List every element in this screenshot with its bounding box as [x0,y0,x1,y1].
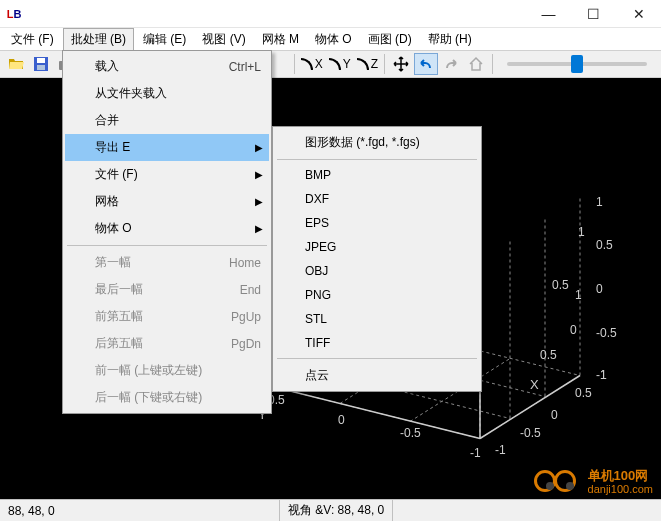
menu-item: 后一幅 (下键或右键) [65,384,269,411]
menu-mesh[interactable]: 网格 M [255,29,306,50]
menu-item[interactable]: 物体 O▶ [65,215,269,242]
menu-item[interactable]: 从文件夹载入 [65,80,269,107]
menu-file[interactable]: 文件 (F) [4,29,61,50]
menu-item-label: 载入 [95,58,119,75]
menu-item: 前第五幅PgUp [65,303,269,330]
save-icon [33,56,49,72]
submenu-arrow-icon: ▶ [255,169,263,180]
submenu-item-label: DXF [305,192,329,206]
svg-rect-1 [37,58,45,63]
reset-button[interactable] [465,53,488,75]
minimize-button[interactable]: — [526,0,571,28]
open-button[interactable] [4,53,27,75]
zoom-slider[interactable] [507,62,647,66]
menu-item-label: 前一幅 (上键或左键) [95,362,202,379]
menu-item[interactable]: 网格▶ [65,188,269,215]
submenu-item[interactable]: EPS [275,211,479,235]
toolbar-separator [294,54,295,74]
svg-text:0: 0 [570,323,577,337]
axis-x-label: X [315,57,323,71]
submenu-item-label: EPS [305,216,329,230]
menu-item[interactable]: 文件 (F)▶ [65,161,269,188]
close-button[interactable]: ✕ [616,0,661,28]
title-bar: LB — ☐ ✕ [0,0,661,28]
axis-x-title: X [530,377,539,392]
toolbar-separator [384,54,385,74]
submenu-item[interactable]: 图形数据 (*.fgd, *.fgs) [275,129,479,156]
menu-item-label: 后一幅 (下键或右键) [95,389,202,406]
maximize-button[interactable]: ☐ [571,0,616,28]
submenu-item[interactable]: OBJ [275,259,479,283]
pan-button[interactable] [389,53,412,75]
status-bar: 88, 48, 0 视角 &V: 88, 48, 0 [0,499,661,521]
rotate-z-button[interactable]: Z [355,57,380,71]
folder-open-icon [8,56,24,72]
menu-item[interactable]: 合并 [65,107,269,134]
rotate-y-button[interactable]: Y [327,57,353,71]
submenu-item-label: 点云 [305,367,329,384]
submenu-item[interactable]: STL [275,307,479,331]
svg-text:-0.5: -0.5 [596,326,617,340]
menu-separator [67,245,267,246]
menu-shortcut: Home [229,256,261,270]
menu-item-label: 前第五幅 [95,308,143,325]
submenu-item[interactable]: DXF [275,187,479,211]
svg-text:-0.5: -0.5 [400,426,421,440]
svg-rect-2 [37,65,45,70]
menu-shortcut: End [240,283,261,297]
menu-item-label: 第一幅 [95,254,131,271]
submenu-item-label: TIFF [305,336,330,350]
menu-object[interactable]: 物体 O [308,29,359,50]
svg-text:-0.5: -0.5 [520,426,541,440]
menu-item-label: 合并 [95,112,119,129]
svg-text:0.5: 0.5 [552,278,569,292]
slider-thumb[interactable] [571,55,583,73]
svg-text:0.5: 0.5 [596,238,613,252]
menu-shortcut: PgUp [231,310,261,324]
undo-button[interactable] [414,53,437,75]
move-icon [393,56,409,72]
menu-shortcut: Ctrl+L [229,60,261,74]
watermark-url: danji100.com [588,483,653,495]
svg-text:0: 0 [338,413,345,427]
menu-item-label: 后第五幅 [95,335,143,352]
watermark-title: 单机100网 [588,469,653,483]
menu-item-label: 从文件夹载入 [95,85,167,102]
export-submenu: 图形数据 (*.fgd, *.fgs)BMPDXFEPSJPEGOBJPNGST… [272,126,482,392]
svg-text:0.5: 0.5 [575,386,592,400]
redo-button[interactable] [440,53,463,75]
submenu-item[interactable]: 点云 [275,362,479,389]
menu-draw[interactable]: 画图 (D) [361,29,419,50]
home-icon [468,56,484,72]
save-button[interactable] [29,53,52,75]
submenu-arrow-icon: ▶ [255,223,263,234]
submenu-item[interactable]: PNG [275,283,479,307]
svg-text:1: 1 [575,288,582,302]
menu-item: 最后一幅End [65,276,269,303]
menu-batch[interactable]: 批处理 (B) [63,28,134,51]
rotate-x-button[interactable]: X [299,57,325,71]
svg-text:-1: -1 [596,368,607,382]
menu-item: 第一幅Home [65,249,269,276]
menu-view[interactable]: 视图 (V) [195,29,252,50]
submenu-item-label: STL [305,312,327,326]
watermark-logo-icon [534,469,582,495]
svg-text:-1: -1 [470,446,481,460]
submenu-item[interactable]: TIFF [275,331,479,355]
submenu-item[interactable]: BMP [275,163,479,187]
menu-item-label: 物体 O [95,220,132,237]
axis-y-label: Y [343,57,351,71]
svg-text:0.5: 0.5 [540,348,557,362]
app-icon: LB [6,6,22,22]
svg-text:1: 1 [578,225,585,239]
menu-item[interactable]: 载入Ctrl+L [65,53,269,80]
menu-item: 前一幅 (上键或左键) [65,357,269,384]
watermark: 单机100网 danji100.com [534,469,653,495]
svg-text:-1: -1 [495,443,506,457]
menu-item[interactable]: 导出 E▶ [65,134,269,161]
menu-edit[interactable]: 编辑 (E) [136,29,193,50]
menu-help[interactable]: 帮助 (H) [421,29,479,50]
menu-separator [277,358,477,359]
menu-item-label: 最后一幅 [95,281,143,298]
submenu-item[interactable]: JPEG [275,235,479,259]
